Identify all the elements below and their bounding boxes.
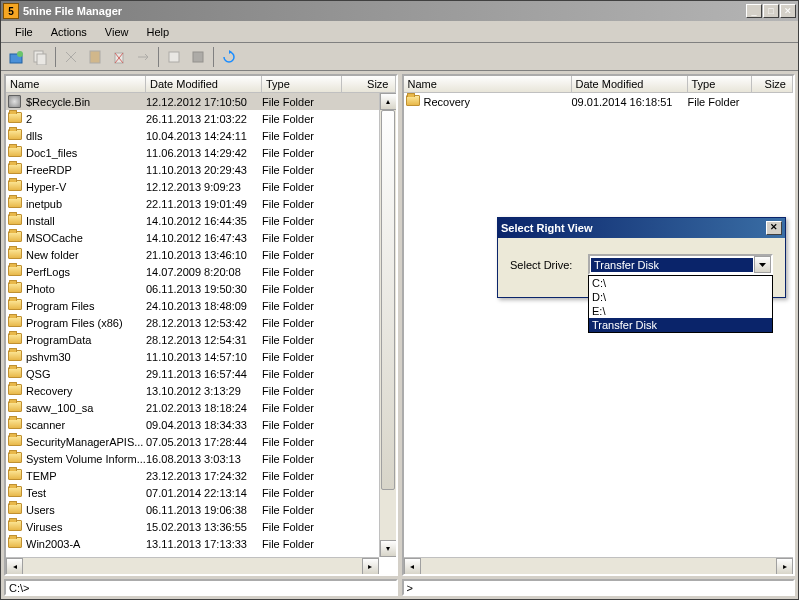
folder-icon [8,316,22,327]
table-row[interactable]: TEMP23.12.2013 17:24:32File Folder [6,467,396,484]
col-name[interactable]: Name [6,76,146,92]
properties-button[interactable] [163,46,185,68]
file-type: File Folder [262,317,342,329]
right-file-list[interactable]: Recovery09.01.2014 16:18:51File Folder ◂… [404,93,794,574]
file-type: File Folder [262,402,342,414]
file-type: File Folder [262,368,342,380]
table-row[interactable]: Users06.11.2013 19:06:38File Folder [6,501,396,518]
minimize-button[interactable]: _ [746,4,762,18]
menu-view[interactable]: View [97,24,137,40]
delete-button[interactable] [108,46,130,68]
col-type[interactable]: Type [262,76,342,92]
col-size[interactable]: Size [752,76,794,92]
cut-button[interactable] [60,46,82,68]
col-size[interactable]: Size [342,76,396,92]
file-date: 29.11.2013 16:57:44 [146,368,262,380]
move-button[interactable] [132,46,154,68]
table-row[interactable]: Viruses15.02.2013 13:36:55File Folder [6,518,396,535]
table-row[interactable]: Photo06.11.2013 19:50:30File Folder [6,280,396,297]
app-icon: 5 [3,3,19,19]
svg-rect-6 [169,52,179,62]
right-horizontal-scrollbar[interactable]: ◂ ▸ [404,557,794,574]
toolbar [1,43,798,71]
menu-file[interactable]: File [7,24,41,40]
dropdown-option[interactable]: C:\ [589,276,772,290]
menu-help[interactable]: Help [138,24,177,40]
copy-button[interactable] [29,46,51,68]
scroll-left-button[interactable]: ◂ [6,558,23,574]
table-row[interactable]: New folder21.10.2013 13:46:10File Folder [6,246,396,263]
folder-icon [8,503,22,514]
combo-dropdown-button[interactable] [754,256,771,273]
right-path-input[interactable]: > [402,579,796,596]
table-row[interactable]: Recovery09.01.2014 16:18:51File Folder [404,93,794,110]
table-row[interactable]: System Volume Inform...16.08.2013 3:03:1… [6,450,396,467]
menu-actions[interactable]: Actions [43,24,95,40]
table-row[interactable]: Program Files (x86)28.12.2013 12:53:42Fi… [6,314,396,331]
table-row[interactable]: $Recycle.Bin12.12.2012 17:10:50File Fold… [6,93,396,110]
table-row[interactable]: Program Files24.10.2013 18:48:09File Fol… [6,297,396,314]
refresh-button[interactable] [218,46,240,68]
svg-point-1 [17,51,23,57]
path-bar: C:\> > [1,579,798,599]
table-row[interactable]: QSG29.11.2013 16:57:44File Folder [6,365,396,382]
table-row[interactable]: Win2003-A13.11.2013 17:13:33File Folder [6,535,396,552]
table-row[interactable]: MSOCache14.10.2012 16:47:43File Folder [6,229,396,246]
folder-icon [8,435,22,446]
table-row[interactable]: dlls10.04.2013 14:24:11File Folder [6,127,396,144]
folder-icon [8,299,22,310]
scroll-right-button[interactable]: ▸ [362,558,379,574]
table-row[interactable]: inetpub22.11.2013 19:01:49File Folder [6,195,396,212]
table-row[interactable]: pshvm3011.10.2013 14:57:10File Folder [6,348,396,365]
file-date: 28.12.2013 12:53:42 [146,317,262,329]
table-row[interactable]: Test07.01.2014 22:13:14File Folder [6,484,396,501]
maximize-button[interactable]: □ [763,4,779,18]
file-type: File Folder [262,300,342,312]
file-type: File Folder [262,334,342,346]
table-row[interactable]: SecurityManagerAPIS...07.05.2013 17:28:4… [6,433,396,450]
left-file-list[interactable]: $Recycle.Bin12.12.2012 17:10:50File Fold… [6,93,396,574]
drive-combobox[interactable]: Transfer Disk C:\D:\E:\Transfer Disk [588,254,773,275]
file-date: 28.12.2013 12:54:31 [146,334,262,346]
left-horizontal-scrollbar[interactable]: ◂ ▸ [6,557,379,574]
table-row[interactable]: savw_100_sa21.02.2013 18:18:24File Folde… [6,399,396,416]
table-row[interactable]: scanner09.04.2013 18:34:33File Folder [6,416,396,433]
col-date[interactable]: Date Modified [572,76,688,92]
table-row[interactable]: Hyper-V12.12.2013 9:09:23File Folder [6,178,396,195]
scroll-up-button[interactable]: ▴ [380,93,396,110]
scroll-left-button[interactable]: ◂ [404,558,421,574]
close-button[interactable]: ✕ [780,4,796,18]
col-date[interactable]: Date Modified [146,76,262,92]
file-type: File Folder [262,215,342,227]
dropdown-option[interactable]: E:\ [589,304,772,318]
drive-dropdown-list[interactable]: C:\D:\E:\Transfer Disk [588,275,773,333]
menubar: File Actions View Help [1,21,798,43]
table-row[interactable]: Recovery13.10.2012 3:13:29File Folder [6,382,396,399]
table-row[interactable]: Install14.10.2012 16:44:35File Folder [6,212,396,229]
save-button[interactable] [187,46,209,68]
paste-button[interactable] [84,46,106,68]
table-row[interactable]: PerfLogs14.07.2009 8:20:08File Folder [6,263,396,280]
file-name: TEMP [26,470,146,482]
left-path-input[interactable]: C:\> [4,579,398,596]
dropdown-option[interactable]: Transfer Disk [589,318,772,332]
dialog-close-button[interactable]: ✕ [766,221,782,235]
scroll-thumb[interactable] [381,110,395,490]
folder-icon [8,537,22,548]
col-name[interactable]: Name [404,76,572,92]
col-type[interactable]: Type [688,76,752,92]
file-date: 12.12.2012 17:10:50 [146,96,262,108]
table-row[interactable]: ProgramData28.12.2013 12:54:31File Folde… [6,331,396,348]
file-type: File Folder [262,198,342,210]
file-date: 14.10.2012 16:47:43 [146,232,262,244]
table-row[interactable]: FreeRDP11.10.2013 20:29:43File Folder [6,161,396,178]
new-folder-button[interactable] [5,46,27,68]
left-vertical-scrollbar[interactable]: ▴ ▾ [379,93,396,557]
table-row[interactable]: Doc1_files11.06.2013 14:29:42File Folder [6,144,396,161]
scroll-right-button[interactable]: ▸ [776,558,793,574]
file-date: 06.11.2013 19:06:38 [146,504,262,516]
dropdown-option[interactable]: D:\ [589,290,772,304]
file-date: 21.02.2013 18:18:24 [146,402,262,414]
scroll-down-button[interactable]: ▾ [380,540,396,557]
table-row[interactable]: 226.11.2013 21:03:22File Folder [6,110,396,127]
